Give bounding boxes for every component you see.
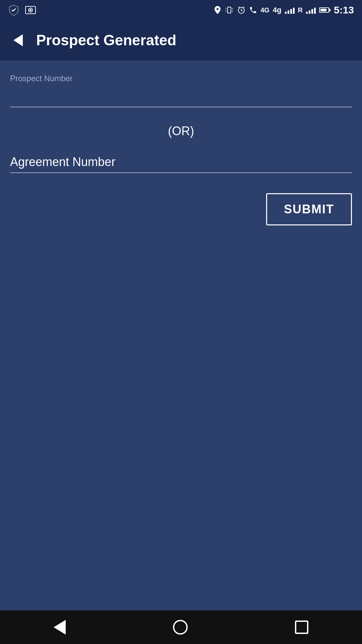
- photo-icon: [25, 4, 36, 16]
- prospect-number-field: Prospect Number: [10, 74, 352, 107]
- nav-home-button[interactable]: [170, 616, 191, 638]
- agreement-number-input[interactable]: [10, 152, 352, 173]
- status-time: 5:13: [334, 4, 354, 16]
- signal-strength-1: [285, 6, 295, 14]
- nav-back-button[interactable]: [50, 616, 69, 638]
- phone-icon: [249, 6, 257, 14]
- svg-line-15: [243, 7, 244, 8]
- status-bar-right-icons: 4G 4g R 5:13: [214, 4, 354, 16]
- battery-icon: [319, 7, 330, 13]
- submit-button[interactable]: SUBMIT: [266, 193, 352, 225]
- agreement-number-field: [10, 152, 352, 173]
- lte-label: 4g: [273, 6, 282, 14]
- page-title: Prospect Generated: [36, 32, 176, 49]
- nav-home-icon: [173, 620, 188, 635]
- vibrate-icon: [225, 6, 234, 14]
- svg-point-2: [29, 9, 32, 11]
- location-icon: [214, 5, 222, 15]
- back-button[interactable]: [10, 31, 26, 50]
- nav-recent-button[interactable]: [292, 617, 312, 637]
- nav-recent-icon: [295, 621, 308, 634]
- svg-rect-4: [228, 7, 231, 13]
- nav-bar: [0, 610, 362, 644]
- prospect-number-label: Prospect Number: [10, 74, 352, 83]
- svg-line-14: [238, 7, 240, 8]
- app-shield-icon: [8, 4, 19, 16]
- status-bar: 4G 4g R 5:13: [0, 0, 362, 20]
- submit-row: SUBMIT: [10, 193, 352, 225]
- app-bar: Prospect Generated: [0, 20, 362, 60]
- nav-back-icon: [54, 620, 66, 635]
- signal-strength-2: [306, 6, 316, 14]
- alarm-icon: [237, 6, 246, 14]
- main-content: Prospect Number (OR) SUBMIT: [0, 60, 362, 610]
- svg-point-3: [217, 8, 219, 10]
- roaming-indicator: R: [298, 6, 303, 14]
- status-bar-left-icons: [8, 4, 36, 16]
- prospect-number-input[interactable]: [10, 86, 352, 107]
- back-arrow-icon: [13, 34, 23, 46]
- 4g-label: 4G: [260, 6, 269, 14]
- or-divider: (OR): [10, 111, 352, 152]
